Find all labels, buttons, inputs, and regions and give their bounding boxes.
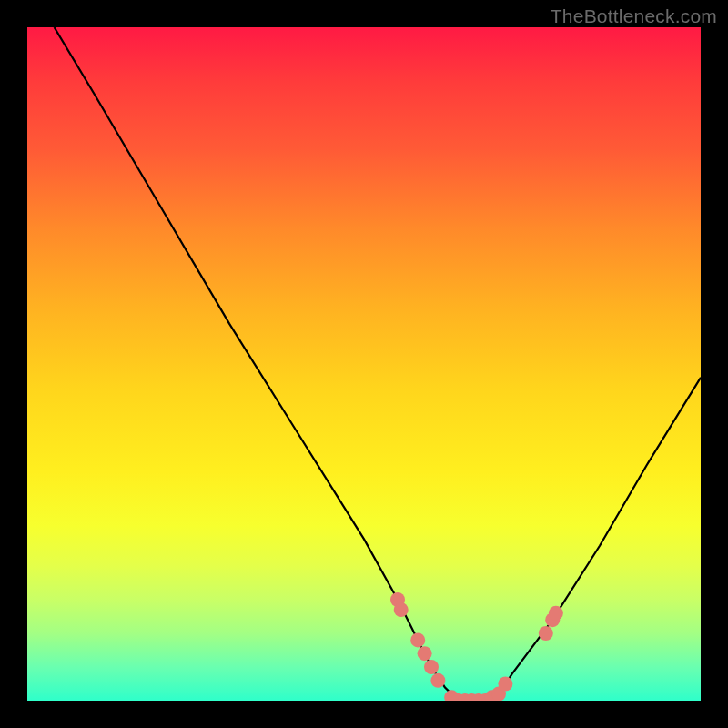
curve-marker [418,646,432,661]
watermark-text: TheBottleneck.com [551,5,717,27]
curve-marker [430,673,445,688]
chart-svg [27,27,701,701]
curve-marker [424,660,439,674]
bottleneck-curve [55,27,701,701]
curve-marker [498,677,512,692]
chart-container: TheBottleneck.com [0,0,728,728]
curve-markers [390,592,563,701]
curve-marker [549,606,563,621]
plot-area [27,27,701,701]
curve-marker [410,632,425,647]
curve-marker [394,602,409,617]
curve-marker [539,626,553,641]
